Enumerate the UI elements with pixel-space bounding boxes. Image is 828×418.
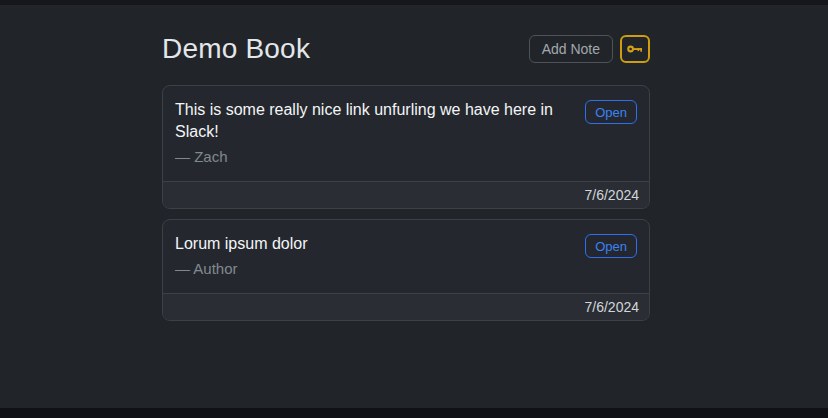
add-note-button[interactable]: Add Note bbox=[529, 35, 613, 63]
note-author: — Zach bbox=[175, 146, 573, 167]
note-card-footer: 7/6/2024 bbox=[163, 181, 649, 208]
note-title: This is some really nice link unfurling … bbox=[175, 99, 573, 143]
bottom-edge-strip bbox=[0, 408, 828, 418]
note-text-block: This is some really nice link unfurling … bbox=[175, 99, 573, 167]
app-screen: Demo Book Add Note bbox=[0, 0, 828, 418]
page-title: Demo Book bbox=[162, 33, 310, 65]
page-header: Demo Book Add Note bbox=[162, 33, 650, 65]
notes-list: This is some really nice link unfurling … bbox=[162, 85, 650, 321]
note-card-body: Lorum ipsum dolor — Author Open bbox=[163, 220, 649, 293]
note-card-footer: 7/6/2024 bbox=[163, 293, 649, 320]
note-title: Lorum ipsum dolor bbox=[175, 233, 308, 255]
note-date: 7/6/2024 bbox=[585, 187, 640, 203]
note-card: This is some really nice link unfurling … bbox=[162, 85, 650, 209]
note-card: Lorum ipsum dolor — Author Open 7/6/2024 bbox=[162, 219, 650, 321]
open-button[interactable]: Open bbox=[585, 100, 637, 124]
note-author: — Author bbox=[175, 258, 308, 279]
note-date: 7/6/2024 bbox=[585, 299, 640, 315]
note-text-block: Lorum ipsum dolor — Author bbox=[175, 233, 308, 279]
key-button[interactable] bbox=[620, 35, 650, 63]
header-actions: Add Note bbox=[529, 35, 650, 63]
note-card-body: This is some really nice link unfurling … bbox=[163, 86, 649, 181]
open-button[interactable]: Open bbox=[585, 234, 637, 258]
page-content: Demo Book Add Note bbox=[0, 5, 828, 408]
key-icon bbox=[627, 42, 643, 56]
